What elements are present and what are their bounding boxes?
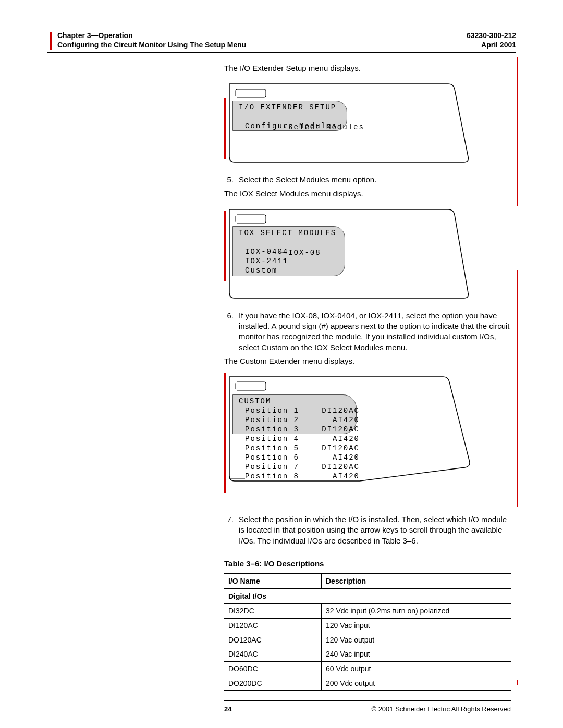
table-section: Digital I/Os: [224, 589, 511, 603]
screen3-row3-v: AI420: [318, 434, 360, 444]
screen2-opt4: Custom: [245, 266, 277, 276]
table-section-row: Digital I/Os: [224, 589, 511, 603]
change-bar-right-2: [517, 270, 518, 507]
screen3-row4-k: Position 5: [245, 443, 318, 453]
io-desc: 60 Vdc output: [322, 662, 511, 676]
screen3-row4-v: DI120AC: [318, 443, 360, 453]
table-row: DO60DC60 Vdc output: [224, 662, 511, 676]
change-bar-right-3: [517, 680, 518, 685]
screen3-row6-k: Position 7: [245, 462, 318, 472]
page-footer: 24 © 2001 Schneider Electric All Rights …: [224, 701, 511, 714]
body-content: The I/O Extender Setup menu displays. I/…: [224, 63, 511, 714]
screen3-row3-k: Position 4: [245, 434, 318, 444]
io-name: DI32DC: [224, 603, 322, 618]
header-docnum: 63230-300-212: [467, 31, 516, 41]
svg-rect-1: [236, 215, 266, 223]
screen3-row7-v: AI420: [318, 472, 360, 482]
footer-copyright: © 2001 Schneider Electric All Rights Res…: [371, 705, 511, 714]
page: Chapter 3—Operation 63230-300-212 Config…: [0, 0, 563, 728]
step5-sub: The IOX Select Modules menu displays.: [224, 189, 511, 199]
table-row: DI240AC240 Vac input: [224, 647, 511, 662]
table-head-row: I/O Name Description: [224, 574, 511, 589]
change-bar-header: [50, 32, 52, 50]
screen3-row2-v: DI120AC: [318, 425, 360, 435]
screen2-opt1: IOX-08: [288, 249, 321, 257]
io-descriptions-table: I/O Name Description Digital I/Os DI32DC…: [224, 573, 511, 691]
step5-num: 5.: [224, 175, 234, 185]
io-desc: 240 Vac input: [322, 647, 511, 662]
screen3-row1-k: Position 2: [245, 415, 318, 425]
th-desc: Description: [322, 574, 511, 589]
io-desc: 200 Vdc output: [322, 676, 511, 691]
io-desc: 32 Vdc input (0.2ms turn on) polarized: [322, 603, 511, 618]
screen2-opt2: IOX-0404: [245, 247, 288, 257]
screen3-row0-k: Position 1: [245, 406, 318, 416]
step6-num: 6.: [224, 311, 234, 353]
screen3-row7-k: Position 8: [245, 472, 318, 482]
svg-rect-2: [236, 382, 266, 390]
io-desc: 120 Vac output: [322, 633, 511, 647]
change-bar-right-1: [517, 57, 518, 206]
intro-paragraph: The I/O Extender Setup menu displays.: [224, 63, 511, 73]
screen3-row1-v: AI420: [318, 415, 360, 425]
table-row: DI120AC120 Vac input: [224, 618, 511, 633]
th-name: I/O Name: [224, 574, 322, 589]
lcd-screen-io-extender: I/O EXTENDER SETUP →Select Modules Confi…: [224, 79, 511, 167]
io-name: DI120AC: [224, 618, 322, 633]
screen3-row5-k: Position 6: [245, 453, 318, 463]
table-title: Table 3–6: I/O Descriptions: [224, 559, 511, 569]
screen3-row2-k: Position 3: [245, 425, 318, 435]
table-row: DO120AC120 Vac output: [224, 633, 511, 647]
page-header: Chapter 3—Operation 63230-300-212 Config…: [47, 31, 516, 53]
table-row: DI32DC32 Vdc input (0.2ms turn on) polar…: [224, 603, 511, 618]
io-name: DI240AC: [224, 647, 322, 662]
header-chapter: Chapter 3—Operation: [57, 31, 133, 41]
header-subtitle: Configuring the Circuit Monitor Using Th…: [57, 41, 246, 50]
svg-rect-0: [236, 89, 266, 97]
step6-text: If you have the IOX-08, IOX-0404, or IOX…: [239, 311, 511, 353]
step7-text: Select the position in which the I/O is …: [239, 514, 511, 546]
io-desc: 120 Vac input: [322, 618, 511, 633]
screen3-row5-v: AI420: [318, 453, 360, 463]
screen3-title: CUSTOM: [239, 397, 271, 406]
lcd-screen-custom: CUSTOM → Position 1DI120AC Position 2AI4…: [224, 372, 511, 507]
step6-sub: The Custom Extender menu displays.: [224, 356, 511, 366]
footer-page: 24: [224, 705, 231, 714]
header-date: April 2001: [481, 41, 516, 50]
lcd-screen-iox-select: IOX SELECT MODULES →IOX-08 IOX-0404 IOX-…: [224, 204, 511, 303]
screen3-row0-v: DI120AC: [318, 406, 360, 416]
io-name: DO120AC: [224, 633, 322, 647]
step5-text: Select the Select Modules menu option.: [239, 175, 511, 185]
io-name: DO200DC: [224, 676, 322, 691]
screen1-opt2: Configure Modules: [245, 121, 337, 131]
screen2-title: IOX SELECT MODULES: [239, 228, 336, 238]
screen3-row6-v: DI120AC: [318, 462, 360, 472]
step7-num: 7.: [224, 514, 234, 546]
table-row: DO200DC200 Vdc output: [224, 676, 511, 691]
screen1-title: I/O EXTENDER SETUP: [239, 103, 336, 113]
screen2-opt3: IOX-2411: [245, 256, 288, 266]
io-name: DO60DC: [224, 662, 322, 676]
